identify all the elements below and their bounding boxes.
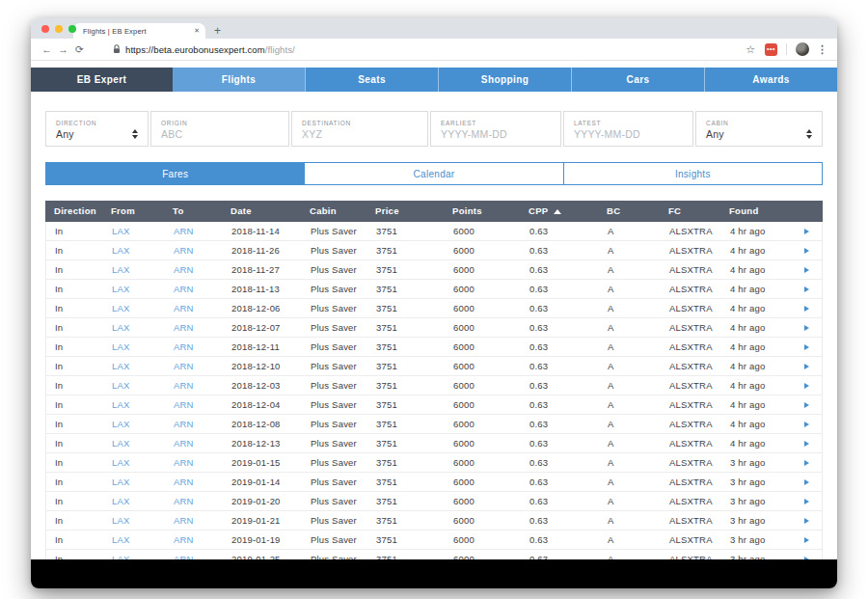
cell-to-link[interactable]: ARN (165, 531, 223, 549)
chevron-right-icon[interactable] (804, 441, 809, 447)
chevron-right-icon[interactable] (804, 229, 809, 234)
cell-from-link[interactable]: LAX (103, 241, 165, 259)
cell-from-link[interactable]: LAX (103, 280, 165, 298)
cell-to-link[interactable]: ARN (165, 299, 223, 317)
cell-from-link[interactable]: LAX (103, 531, 165, 549)
nav-item-shopping[interactable]: Shopping (438, 68, 571, 92)
chevron-right-icon[interactable] (804, 248, 809, 254)
table-row[interactable]: In LAX ARN 2018-11-26 Plus Saver 3751 60… (46, 241, 822, 260)
back-icon[interactable]: ← (39, 43, 55, 55)
cell-from-link[interactable]: LAX (103, 222, 165, 240)
address-bar[interactable]: https://beta.eurobonusexpert.com/flights… (125, 44, 295, 55)
zoom-window-button[interactable] (68, 25, 76, 33)
chevron-right-icon[interactable] (804, 325, 809, 331)
cell-to-link[interactable]: ARN (165, 434, 223, 452)
chevron-right-icon[interactable] (804, 518, 809, 524)
table-row[interactable]: In LAX ARN 2018-12-07 Plus Saver 3751 60… (46, 318, 822, 338)
nav-item-awards[interactable]: Awards (704, 68, 837, 92)
cell-to-link[interactable]: ARN (165, 357, 223, 375)
forward-icon[interactable]: → (55, 43, 71, 55)
minimize-window-button[interactable] (55, 25, 63, 33)
table-row[interactable]: In LAX ARN 2018-11-14 Plus Saver 3751 60… (46, 222, 822, 241)
col-from[interactable]: From (102, 201, 164, 222)
direction-select[interactable]: DIRECTION Any (45, 111, 149, 147)
cell-to-link[interactable]: ARN (165, 473, 223, 491)
chevron-right-icon[interactable] (804, 499, 809, 504)
cell-to-link[interactable]: ARN (165, 318, 223, 337)
table-row[interactable]: In LAX ARN 2018-12-13 Plus Saver 3751 60… (46, 434, 822, 453)
col-found[interactable]: Found (720, 201, 791, 222)
cell-from-link[interactable]: LAX (103, 473, 165, 491)
col-direction[interactable]: Direction (45, 201, 102, 222)
reload-icon[interactable]: ⟳ (71, 43, 88, 55)
cell-from-link[interactable]: LAX (103, 318, 165, 337)
bookmark-star-icon[interactable]: ☆ (746, 43, 755, 56)
nav-item-eb-expert[interactable]: EB Expert (31, 68, 173, 92)
cell-to-link[interactable]: ARN (165, 241, 223, 259)
table-row[interactable]: In LAX ARN 2018-11-27 Plus Saver 3751 60… (46, 260, 822, 280)
table-row[interactable]: In LAX ARN 2019-01-21 Plus Saver 3751 60… (46, 511, 822, 531)
col-price[interactable]: Price (366, 201, 444, 222)
tab-close-icon[interactable]: ✕ (194, 27, 200, 35)
cell-to-link[interactable]: ARN (165, 511, 223, 530)
cell-from-link[interactable]: LAX (103, 357, 165, 375)
col-to[interactable]: To (164, 201, 222, 222)
earliest-date-field[interactable]: EARLIEST (430, 111, 561, 147)
cell-to-link[interactable]: ARN (165, 280, 223, 298)
cell-from-link[interactable]: LAX (103, 492, 165, 510)
nav-item-cars[interactable]: Cars (571, 68, 704, 92)
table-row[interactable]: In LAX ARN 2018-12-06 Plus Saver 3751 60… (46, 299, 822, 318)
chevron-right-icon[interactable] (804, 537, 809, 543)
cell-from-link[interactable]: LAX (103, 434, 165, 452)
chevron-right-icon[interactable] (804, 286, 809, 292)
chevron-right-icon[interactable] (804, 479, 809, 485)
cell-from-link[interactable]: LAX (103, 299, 165, 317)
chevron-right-icon[interactable] (804, 422, 809, 427)
col-fc[interactable]: FC (660, 201, 720, 222)
destination-input[interactable] (302, 128, 418, 140)
chevron-right-icon[interactable] (804, 306, 809, 312)
close-window-button[interactable] (41, 25, 49, 33)
cell-from-link[interactable]: LAX (103, 376, 165, 395)
col-bc[interactable]: BC (598, 201, 660, 222)
cell-to-link[interactable]: ARN (165, 415, 223, 433)
destination-field[interactable]: DESTINATION (291, 111, 428, 147)
cell-to-link[interactable]: ARN (165, 260, 223, 279)
cell-from-link[interactable]: LAX (103, 453, 165, 472)
cell-to-link[interactable]: ARN (165, 376, 223, 395)
table-row[interactable]: In LAX ARN 2018-12-10 Plus Saver 3751 60… (46, 357, 822, 376)
tab-fares[interactable]: Fares (46, 163, 304, 184)
col-date[interactable]: Date (222, 201, 301, 222)
cell-from-link[interactable]: LAX (103, 511, 165, 530)
cabin-select[interactable]: CABIN Any (695, 111, 823, 147)
cell-to-link[interactable]: ARN (165, 453, 223, 472)
chevron-right-icon[interactable] (804, 383, 809, 389)
nav-item-seats[interactable]: Seats (305, 68, 438, 92)
col-cabin[interactable]: Cabin (301, 201, 366, 222)
chevron-right-icon[interactable] (804, 460, 809, 466)
col-points[interactable]: Points (444, 201, 520, 222)
cell-to-link[interactable]: ARN (165, 492, 223, 510)
cell-from-link[interactable]: LAX (103, 395, 165, 414)
table-row[interactable]: In LAX ARN 2018-12-03 Plus Saver 3751 60… (46, 376, 822, 395)
table-row[interactable]: In LAX ARN 2019-01-15 Plus Saver 3751 60… (46, 453, 822, 473)
table-row[interactable]: In LAX ARN 2018-12-04 Plus Saver 3751 60… (46, 395, 822, 415)
col-cpp[interactable]: CPP (520, 201, 598, 222)
cell-to-link[interactable]: ARN (165, 395, 223, 414)
nav-item-flights[interactable]: Flights (173, 68, 305, 92)
extension-icon[interactable]: ••• (765, 43, 777, 56)
table-row[interactable]: In LAX ARN 2018-12-08 Plus Saver 3751 60… (46, 415, 822, 434)
new-tab-button[interactable]: + (214, 24, 221, 38)
table-row[interactable]: In LAX ARN 2018-12-11 Plus Saver 3751 60… (46, 338, 822, 357)
browser-menu-icon[interactable]: ⋮ (817, 43, 827, 56)
table-row[interactable]: In LAX ARN 2018-11-13 Plus Saver 3751 60… (46, 280, 822, 299)
table-row[interactable]: In LAX ARN 2019-01-14 Plus Saver 3751 60… (46, 473, 822, 492)
table-row[interactable]: In LAX ARN 2019-01-20 Plus Saver 3751 60… (46, 492, 822, 511)
earliest-date-input[interactable] (441, 128, 551, 140)
latest-date-input[interactable] (574, 128, 683, 140)
cell-from-link[interactable]: LAX (103, 415, 165, 433)
profile-avatar[interactable] (796, 42, 809, 56)
cell-to-link[interactable]: ARN (165, 338, 223, 356)
cell-from-link[interactable]: LAX (103, 338, 165, 356)
cell-from-link[interactable]: LAX (103, 260, 165, 279)
